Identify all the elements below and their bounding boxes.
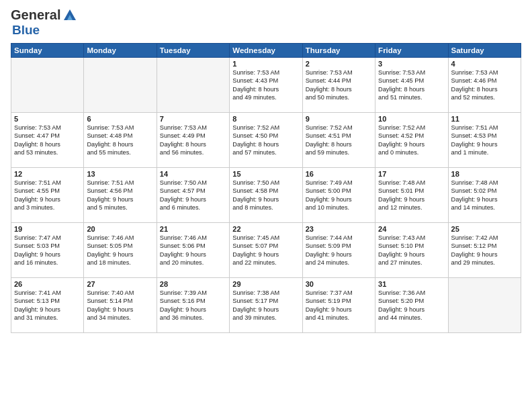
calendar-cell: 21Sunrise: 7:46 AM Sunset: 5:06 PM Dayli… [157, 223, 229, 278]
calendar-week-5: 26Sunrise: 7:41 AM Sunset: 5:13 PM Dayli… [11, 278, 521, 333]
day-number: 21 [160, 225, 226, 233]
day-number: 14 [160, 170, 226, 178]
day-number: 3 [378, 60, 445, 68]
logo: General Blue [11, 7, 78, 38]
calendar-cell: 16Sunrise: 7:49 AM Sunset: 5:00 PM Dayli… [302, 168, 375, 223]
calendar-cell: 29Sunrise: 7:38 AM Sunset: 5:17 PM Dayli… [230, 278, 302, 333]
day-info: Sunrise: 7:48 AM Sunset: 5:02 PM Dayligh… [451, 179, 518, 212]
calendar-cell: 1Sunrise: 7:53 AM Sunset: 4:43 PM Daylig… [230, 58, 302, 113]
day-info: Sunrise: 7:38 AM Sunset: 5:17 PM Dayligh… [232, 289, 299, 322]
day-info: Sunrise: 7:53 AM Sunset: 4:43 PM Dayligh… [232, 68, 299, 102]
day-info: Sunrise: 7:37 AM Sunset: 5:19 PM Dayligh… [306, 289, 372, 322]
calendar-cell: 23Sunrise: 7:44 AM Sunset: 5:09 PM Dayli… [302, 223, 375, 278]
day-number: 23 [306, 225, 372, 233]
calendar-cell [11, 58, 84, 113]
day-number: 10 [378, 115, 445, 123]
calendar-cell: 31Sunrise: 7:36 AM Sunset: 5:20 PM Dayli… [375, 278, 448, 333]
calendar-cell: 18Sunrise: 7:48 AM Sunset: 5:02 PM Dayli… [448, 168, 521, 223]
day-info: Sunrise: 7:50 AM Sunset: 4:57 PM Dayligh… [160, 179, 226, 212]
calendar-cell: 27Sunrise: 7:40 AM Sunset: 5:14 PM Dayli… [84, 278, 157, 333]
calendar-cell: 3Sunrise: 7:53 AM Sunset: 4:45 PM Daylig… [375, 58, 448, 113]
day-info: Sunrise: 7:52 AM Sunset: 4:50 PM Dayligh… [232, 124, 299, 157]
day-info: Sunrise: 7:46 AM Sunset: 5:05 PM Dayligh… [87, 234, 153, 267]
calendar-cell: 20Sunrise: 7:46 AM Sunset: 5:05 PM Dayli… [84, 223, 157, 278]
day-info: Sunrise: 7:53 AM Sunset: 4:47 PM Dayligh… [14, 124, 81, 157]
day-number: 25 [451, 225, 518, 233]
day-number: 30 [306, 280, 372, 288]
day-info: Sunrise: 7:43 AM Sunset: 5:10 PM Dayligh… [378, 234, 445, 267]
day-info: Sunrise: 7:49 AM Sunset: 5:00 PM Dayligh… [306, 179, 372, 212]
day-info: Sunrise: 7:53 AM Sunset: 4:49 PM Dayligh… [160, 124, 226, 157]
day-header-friday: Friday [375, 44, 448, 58]
calendar-cell: 6Sunrise: 7:53 AM Sunset: 4:48 PM Daylig… [84, 113, 157, 168]
logo-general-text: General [11, 7, 60, 23]
day-info: Sunrise: 7:46 AM Sunset: 5:06 PM Dayligh… [160, 234, 226, 267]
day-number: 11 [451, 115, 518, 123]
day-info: Sunrise: 7:50 AM Sunset: 4:58 PM Dayligh… [232, 179, 299, 212]
day-number: 31 [378, 280, 445, 288]
day-info: Sunrise: 7:51 AM Sunset: 4:55 PM Dayligh… [14, 179, 81, 212]
day-info: Sunrise: 7:41 AM Sunset: 5:13 PM Dayligh… [14, 289, 81, 322]
day-info: Sunrise: 7:48 AM Sunset: 5:01 PM Dayligh… [378, 179, 445, 212]
calendar-cell: 9Sunrise: 7:52 AM Sunset: 4:51 PM Daylig… [302, 113, 375, 168]
day-info: Sunrise: 7:40 AM Sunset: 5:14 PM Dayligh… [87, 289, 153, 322]
calendar-cell: 7Sunrise: 7:53 AM Sunset: 4:49 PM Daylig… [157, 113, 229, 168]
calendar-week-3: 12Sunrise: 7:51 AM Sunset: 4:55 PM Dayli… [11, 168, 521, 223]
day-info: Sunrise: 7:51 AM Sunset: 4:56 PM Dayligh… [87, 179, 153, 212]
day-number: 27 [87, 280, 153, 288]
day-number: 5 [14, 115, 81, 123]
day-header-monday: Monday [84, 44, 157, 58]
calendar-cell: 25Sunrise: 7:42 AM Sunset: 5:12 PM Dayli… [448, 223, 521, 278]
day-info: Sunrise: 7:53 AM Sunset: 4:44 PM Dayligh… [306, 68, 372, 102]
calendar-cell: 5Sunrise: 7:53 AM Sunset: 4:47 PM Daylig… [11, 113, 84, 168]
day-number: 6 [87, 115, 153, 123]
logo-icon [62, 7, 78, 23]
day-info: Sunrise: 7:45 AM Sunset: 5:07 PM Dayligh… [232, 234, 299, 267]
day-header-thursday: Thursday [302, 44, 375, 58]
day-number: 1 [232, 60, 299, 68]
logo-blue-text: Blue [12, 23, 40, 37]
header: General Blue [11, 7, 521, 38]
day-header-tuesday: Tuesday [157, 44, 229, 58]
day-number: 28 [160, 280, 226, 288]
calendar-cell: 4Sunrise: 7:53 AM Sunset: 4:46 PM Daylig… [448, 58, 521, 113]
day-number: 18 [451, 170, 518, 178]
calendar-week-1: 1Sunrise: 7:53 AM Sunset: 4:43 PM Daylig… [11, 58, 521, 113]
day-number: 16 [306, 170, 372, 178]
day-info: Sunrise: 7:52 AM Sunset: 4:51 PM Dayligh… [306, 124, 372, 157]
day-info: Sunrise: 7:53 AM Sunset: 4:45 PM Dayligh… [378, 68, 445, 102]
calendar-cell: 12Sunrise: 7:51 AM Sunset: 4:55 PM Dayli… [11, 168, 84, 223]
day-number: 17 [378, 170, 445, 178]
calendar-cell: 13Sunrise: 7:51 AM Sunset: 4:56 PM Dayli… [84, 168, 157, 223]
calendar-cell [157, 58, 229, 113]
day-number: 2 [306, 60, 372, 68]
day-info: Sunrise: 7:51 AM Sunset: 4:53 PM Dayligh… [451, 124, 518, 157]
calendar-week-2: 5Sunrise: 7:53 AM Sunset: 4:47 PM Daylig… [11, 113, 521, 168]
calendar-cell: 10Sunrise: 7:52 AM Sunset: 4:52 PM Dayli… [375, 113, 448, 168]
calendar-week-4: 19Sunrise: 7:47 AM Sunset: 5:03 PM Dayli… [11, 223, 521, 278]
calendar-cell [448, 278, 521, 333]
calendar-cell: 11Sunrise: 7:51 AM Sunset: 4:53 PM Dayli… [448, 113, 521, 168]
day-number: 26 [14, 280, 81, 288]
day-info: Sunrise: 7:42 AM Sunset: 5:12 PM Dayligh… [451, 234, 518, 267]
day-number: 19 [14, 225, 81, 233]
day-number: 8 [232, 115, 299, 123]
day-number: 15 [232, 170, 299, 178]
day-number: 29 [232, 280, 299, 288]
day-info: Sunrise: 7:53 AM Sunset: 4:46 PM Dayligh… [451, 68, 518, 102]
calendar-cell: 17Sunrise: 7:48 AM Sunset: 5:01 PM Dayli… [375, 168, 448, 223]
day-number: 20 [87, 225, 153, 233]
day-info: Sunrise: 7:44 AM Sunset: 5:09 PM Dayligh… [306, 234, 372, 267]
calendar-cell: 8Sunrise: 7:52 AM Sunset: 4:50 PM Daylig… [230, 113, 302, 168]
day-info: Sunrise: 7:53 AM Sunset: 4:48 PM Dayligh… [87, 124, 153, 157]
calendar-cell: 15Sunrise: 7:50 AM Sunset: 4:58 PM Dayli… [230, 168, 302, 223]
day-info: Sunrise: 7:52 AM Sunset: 4:52 PM Dayligh… [378, 124, 445, 157]
day-header-saturday: Saturday [448, 44, 521, 58]
day-header-sunday: Sunday [11, 44, 84, 58]
calendar-cell: 22Sunrise: 7:45 AM Sunset: 5:07 PM Dayli… [230, 223, 302, 278]
day-number: 7 [160, 115, 226, 123]
calendar-cell: 19Sunrise: 7:47 AM Sunset: 5:03 PM Dayli… [11, 223, 84, 278]
page: General Blue SundayMondayTuesdayWednesda… [0, 0, 532, 411]
day-number: 9 [306, 115, 372, 123]
day-info: Sunrise: 7:47 AM Sunset: 5:03 PM Dayligh… [14, 234, 81, 267]
